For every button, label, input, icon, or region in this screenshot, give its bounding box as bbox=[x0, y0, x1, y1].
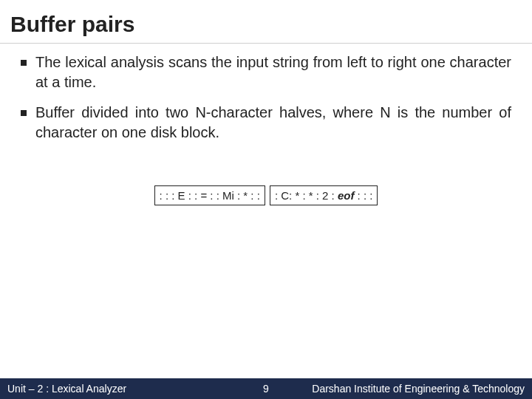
slide-title: Buffer pairs bbox=[0, 0, 532, 44]
slide: Buffer pairs The lexical analysis scans … bbox=[0, 0, 532, 399]
buffer-right-suffix: : : : bbox=[354, 189, 372, 202]
buffer-right-prefix: : C: * : * : 2 : bbox=[275, 189, 338, 202]
footer-bar: Unit – 2 : Lexical Analyzer 9 Darshan In… bbox=[0, 378, 532, 399]
buffer-eof: eof bbox=[338, 189, 355, 202]
bullet-item: Buffer divided into two N-character halv… bbox=[21, 103, 511, 143]
bullet-item: The lexical analysis scans the input str… bbox=[21, 52, 511, 92]
buffer-right-half: : C: * : * : 2 : eof : : : bbox=[270, 185, 378, 205]
bullet-text: The lexical analysis scans the input str… bbox=[35, 52, 511, 92]
footer-institute: Darshan Institute of Engineering & Techn… bbox=[312, 383, 532, 395]
buffer-diagram: : : : E : : = : : Mi : * : : : C: * : * … bbox=[21, 185, 511, 205]
footer-unit-label: Unit – 2 : Lexical Analyzer bbox=[0, 383, 126, 395]
bullet-marker-icon bbox=[21, 60, 27, 66]
bullet-text: Buffer divided into two N-character halv… bbox=[35, 103, 511, 143]
content-area: The lexical analysis scans the input str… bbox=[0, 44, 532, 205]
bullet-marker-icon bbox=[21, 110, 27, 116]
footer-page-number: 9 bbox=[263, 383, 269, 395]
buffer-left-half: : : : E : : = : : Mi : * : : bbox=[154, 185, 265, 205]
